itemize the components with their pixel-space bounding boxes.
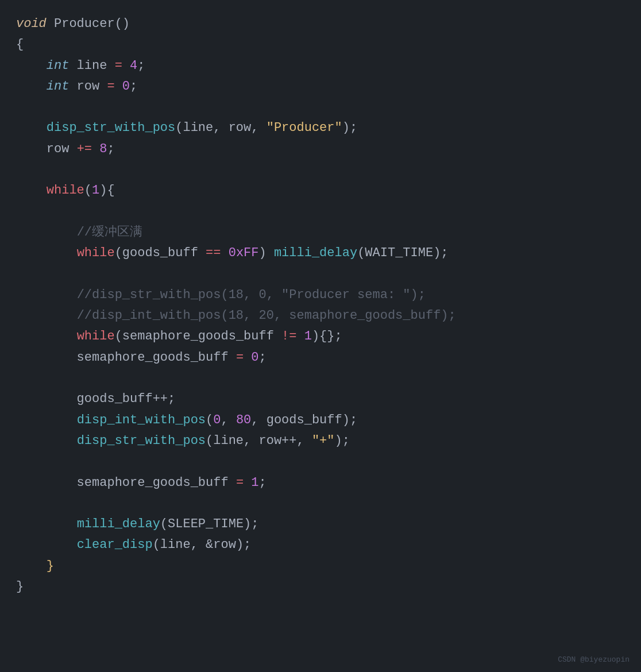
code-line-22 bbox=[16, 451, 625, 472]
code-line-18 bbox=[16, 368, 625, 389]
code-line-10 bbox=[16, 202, 625, 222]
code-editor: void Producer() { int line = 4; int row … bbox=[0, 0, 641, 672]
code-line-17: semaphore_goods_buff = 0; bbox=[16, 347, 625, 368]
code-line-28: } bbox=[16, 577, 625, 597]
code-line-25: milli_delay(SLEEP_TIME); bbox=[16, 514, 625, 535]
code-line-8 bbox=[16, 160, 625, 180]
code-line-9: while(1){ bbox=[16, 180, 625, 201]
code-line-14: //disp_str_with_pos(18, 0, "Producer sem… bbox=[16, 285, 625, 306]
code-line-19: goods_buff++; bbox=[16, 389, 625, 410]
code-line-27: } bbox=[16, 556, 625, 577]
code-line-4: int row = 0; bbox=[16, 76, 625, 97]
code-line-6: disp_str_with_pos(line, row, "Producer")… bbox=[16, 118, 625, 138]
code-line-15: //disp_int_with_pos(18, 20, semaphore_go… bbox=[16, 306, 625, 326]
code-line-26: clear_disp(line, &row); bbox=[16, 535, 625, 555]
code-line-7: row += 8; bbox=[16, 139, 625, 160]
code-line-11: //缓冲区满 bbox=[16, 222, 625, 243]
code-line-12: while(goods_buff == 0xFF) milli_delay(WA… bbox=[16, 243, 625, 264]
code-line-1: void Producer() bbox=[16, 14, 625, 34]
code-line-21: disp_str_with_pos(line, row++, "+"); bbox=[16, 431, 625, 451]
code-line-13 bbox=[16, 264, 625, 285]
code-line-16: while(semaphore_goods_buff != 1){}; bbox=[16, 326, 625, 347]
code-line-23: semaphore_goods_buff = 1; bbox=[16, 473, 625, 493]
watermark: CSDN @biyezuopin bbox=[558, 655, 630, 664]
code-line-2: { bbox=[16, 34, 625, 55]
code-line-20: disp_int_with_pos(0, 80, goods_buff); bbox=[16, 410, 625, 431]
code-line-5 bbox=[16, 97, 625, 118]
code-line-3: int line = 4; bbox=[16, 56, 625, 76]
code-line-24 bbox=[16, 493, 625, 514]
